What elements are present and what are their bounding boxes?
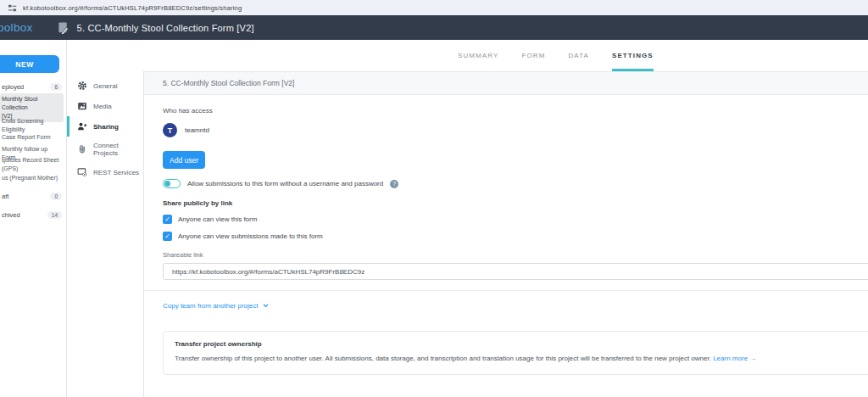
tab-settings[interactable]: SETTINGS [612,40,654,71]
sidebar-item-label: chived [2,211,20,219]
settings-nav: General Media [67,71,144,397]
sidebar-item-deployed[interactable]: eployed 6 [2,83,62,91]
sidebar-item-label: eployed [2,83,24,91]
nav-label: REST Services [93,169,139,176]
project-title-bar: 5. CC-Monthly Stool Collection Form [V2] [144,72,868,95]
nav-label: Sharing [93,123,119,131]
forms-sidebar: NEW eployed 6 Monthly Stool Collection [… [0,40,67,397]
sidebar-item-label: us (Pregnant Mother) [2,175,58,181]
anyone-view-submissions-checkbox[interactable]: ✓ [163,232,172,241]
sidebar-item-label: Child Screening Eligibility [2,118,43,132]
draft-count-badge: 0 [50,193,62,200]
app-header: oolbox 5. CC-Monthly Stool Collection Fo… [0,15,868,40]
nav-label: Media [93,103,112,110]
project-form-icon [57,21,70,34]
anyone-view-submissions-label: Anyone can view submissions made to this… [178,232,323,240]
share-publicly-heading: Share publicly by link [163,199,868,207]
user-name: teamntd [185,126,209,134]
form-tabs-bar: SUMMARY FORM DATA SETTINGS [67,40,868,71]
settings-nav-sharing[interactable]: Sharing [67,116,143,137]
anonymous-submissions-label: Allow submissions to this form without a… [187,180,383,187]
sidebar-item-mosquitoes-record[interactable]: quitoes Record Sheet (GPS) [2,156,63,173]
kobotoolbox-logo[interactable]: oolbox [0,21,33,34]
sidebar-item-label: (GPS) [2,165,63,173]
sidebar-item-label: quitoes Record Sheet [2,156,63,165]
sharing-settings-panel: 5. CC-Monthly Stool Collection Form [V2]… [144,71,868,397]
anyone-view-form-checkbox[interactable]: ✓ [163,215,172,224]
gear-icon [77,81,87,91]
settings-nav-connect-projects[interactable]: Connect Projects [67,137,143,162]
rest-services-icon [77,167,87,177]
settings-nav-media[interactable]: Media [67,96,143,116]
shareable-link-input[interactable]: https://kf.kobotoolbox.org/#/forms/aCTUk… [163,263,868,280]
sidebar-item-label: Monthly Stool Collection [2,95,62,112]
user-add-icon [77,121,87,131]
archived-count-badge: 14 [47,211,62,219]
tab-form[interactable]: FORM [521,40,545,71]
tab-data[interactable]: DATA [568,40,589,71]
sidebar-item-draft[interactable]: aft 0 [2,193,62,200]
copy-team-label: Copy team from another project [163,302,259,310]
new-form-button[interactable]: NEW [0,55,59,73]
settings-nav-rest-services[interactable]: REST Services [67,162,143,182]
sidebar-item-archived[interactable]: chived 14 [2,211,62,219]
settings-nav-general[interactable]: General [67,75,143,96]
url-text[interactable]: kf.kobotoolbox.org/#/forms/aCTUkHSL74pR9… [23,4,242,12]
section-divider [144,290,868,291]
transfer-description-text: Transfer ownership of this project to an… [175,355,711,362]
transfer-ownership-description: Transfer ownership of this project to an… [175,354,860,364]
tab-summary[interactable]: SUMMARY [458,40,498,71]
transfer-ownership-card: Transfer project ownership Transfer owne… [163,331,868,375]
add-user-button[interactable]: Add user [163,151,205,169]
anonymous-submissions-toggle[interactable] [163,179,181,188]
sidebar-item-child-screening[interactable]: Child Screening Eligibility [2,117,63,134]
sidebar-item-label: Case Report Form [2,134,51,140]
chevron-down-icon [263,304,269,308]
paperclip-icon [77,144,87,154]
browser-url-bar[interactable]: kf.kobotoolbox.org/#/forms/aCTUkHSL74pR9… [0,0,868,15]
nav-label: Connect Projects [93,142,143,157]
user-avatar: T [163,123,177,137]
help-icon[interactable]: ? [390,180,398,188]
sidebar-item-case-report[interactable]: Case Report Form [2,133,63,142]
header-form-title: 5. CC-Monthly Stool Collection Form [V2] [77,23,254,33]
who-has-access-heading: Who has access [163,107,868,115]
toggle-knob [164,181,170,187]
transfer-ownership-heading: Transfer project ownership [175,340,860,348]
access-user-row[interactable]: T teamntd [163,123,868,137]
learn-more-link[interactable]: Learn more → [713,355,756,362]
site-settings-icon[interactable] [8,3,17,13]
media-image-icon [77,101,87,111]
shareable-link-label: Shareable link [163,251,868,259]
copy-team-link[interactable]: Copy team from another project [163,302,868,310]
nav-label: General [93,82,117,90]
kobotoolbox-sharing-settings-page: kf.kobotoolbox.org/#/forms/aCTUkHSL74pR9… [0,0,868,397]
anyone-view-form-label: Anyone can view this form [178,215,257,223]
sidebar-item-pregnant-mother[interactable]: us (Pregnant Mother) [2,174,63,182]
deployed-count-badge: 6 [50,83,62,91]
sidebar-item-label: aft [2,193,8,200]
